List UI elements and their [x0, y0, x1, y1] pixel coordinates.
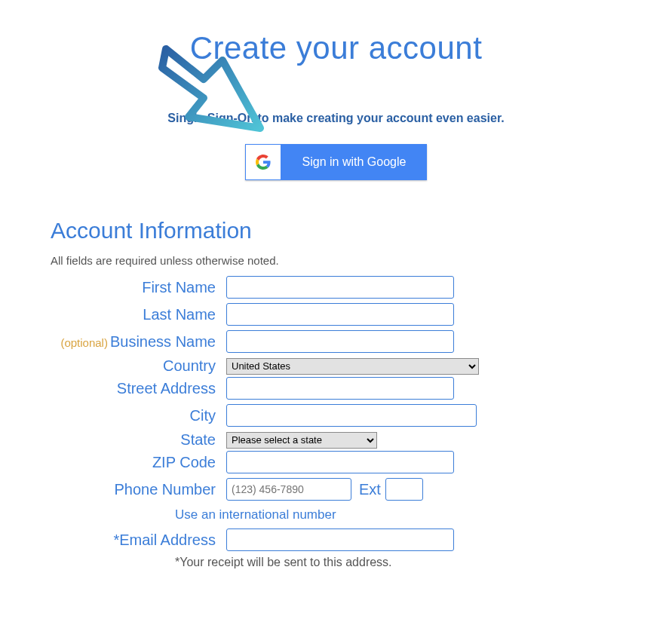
receipt-note: *Your receipt will be sent to this addre… [0, 556, 672, 569]
country-label: Country [0, 357, 226, 375]
business-name-input[interactable] [226, 330, 454, 353]
sso-text: Single Sign-On to make creating your acc… [0, 112, 672, 125]
last-name-label: Last Name [0, 306, 226, 323]
page-title: Create your account [0, 30, 672, 66]
google-icon [246, 145, 281, 179]
first-name-label: First Name [0, 279, 226, 296]
phone-label: Phone Number [0, 481, 226, 498]
state-select[interactable]: Please select a state [226, 432, 377, 449]
ext-input[interactable] [385, 478, 423, 501]
account-form: First Name Last Name (optional)Business … [0, 276, 672, 569]
country-select[interactable]: United States [226, 358, 479, 375]
zip-label: ZIP Code [0, 454, 226, 471]
required-note: All fields are required unless otherwise… [51, 254, 672, 267]
state-label: State [0, 431, 226, 449]
ext-label: Ext [359, 481, 381, 498]
first-name-input[interactable] [226, 276, 454, 299]
phone-input[interactable] [226, 478, 351, 501]
section-title: Account Information [51, 218, 672, 244]
google-signin-button[interactable]: Sign in with Google [245, 144, 428, 180]
optional-tag: (optional) [60, 336, 108, 349]
city-input[interactable] [226, 404, 477, 427]
street-label: Street Address [0, 380, 226, 397]
street-input[interactable] [226, 377, 454, 400]
last-name-input[interactable] [226, 303, 454, 326]
email-label: *Email Address [0, 532, 226, 549]
city-label: City [0, 407, 226, 424]
google-button-label: Sign in with Google [281, 144, 428, 180]
intl-number-link[interactable]: Use an international number [175, 507, 336, 522]
email-input[interactable] [226, 528, 454, 551]
zip-input[interactable] [226, 451, 454, 473]
business-name-label: Business Name [110, 333, 216, 350]
